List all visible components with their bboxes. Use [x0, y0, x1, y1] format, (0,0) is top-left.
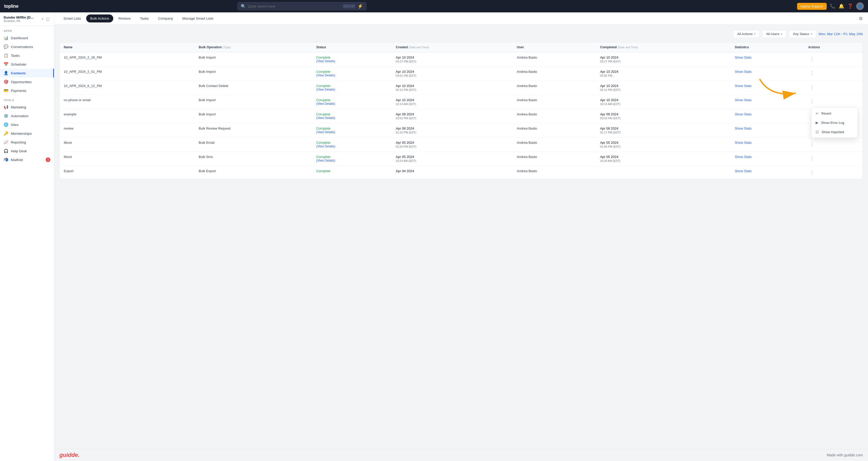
tab-bulk-actions[interactable]: Bulk Actions — [86, 14, 114, 23]
col-user: User — [513, 42, 596, 52]
search-input[interactable] — [248, 4, 341, 8]
more-actions-button-6[interactable]: ⋮ — [808, 141, 816, 147]
context-menu-show-imported[interactable]: ☑ Show Imported — [811, 127, 858, 136]
show-stats-button-7[interactable]: Show Stats — [735, 155, 752, 159]
cell-operation-8: Bulk Export — [194, 166, 312, 179]
sidebar-item-payments[interactable]: 💳 Payments — [0, 86, 54, 95]
cell-stats-7: Show Stats — [731, 152, 804, 166]
more-actions-button-3[interactable]: ⋮ — [808, 98, 816, 105]
cell-actions-1: ⋮ — [804, 67, 863, 81]
sidebar-item-marketing[interactable]: 📢 Marketing — [0, 103, 54, 112]
tab-manage-smart-lists[interactable]: Manage Smart Lists — [178, 14, 218, 23]
sidebar-item-reporting[interactable]: 📈 Reporting — [0, 138, 54, 147]
revert-icon: ↩ — [816, 111, 819, 115]
marketing-icon: 📢 — [4, 105, 8, 110]
cell-completed-7: Apr 05 2024 10:24 AM (EDT) — [596, 152, 731, 166]
apps-section-label: Apps — [0, 26, 54, 34]
more-actions-button-2[interactable]: ⋮ — [808, 84, 816, 91]
date-range-filter[interactable]: Mon, Mar 11th - Fri, May 10th — [819, 32, 863, 36]
sidebar: Dunder Mifflin [D... Scranton, PA ▾ ◫ Ap… — [0, 12, 54, 461]
show-error-log-icon: ▶ — [816, 121, 818, 125]
view-details-link-2[interactable]: (View Details) — [316, 88, 387, 91]
tab-company[interactable]: Company — [154, 14, 177, 23]
cell-completed-5: Apr 08 2024 01:17 PM (EDT) — [596, 123, 731, 137]
all-users-filter[interactable]: All Users ▾ — [762, 30, 786, 38]
sidebar-item-label: Marketing — [11, 105, 26, 109]
user-avatar[interactable]: 👤 — [856, 2, 864, 10]
sidebar-item-helpdesk[interactable]: 🎧 Help Desk — [0, 147, 54, 155]
show-stats-button-2[interactable]: Show Stats — [735, 84, 752, 88]
tab-restore[interactable]: Restore — [114, 14, 135, 23]
tools-section-label: Tools — [0, 95, 54, 103]
context-menu-revert[interactable]: ↩ Revert — [811, 109, 858, 118]
cell-stats-6: Show Stats — [731, 137, 804, 152]
sidebar-item-tasks[interactable]: 📋 Tasks — [0, 51, 54, 60]
view-details-link-7[interactable]: (View Details) — [316, 159, 387, 162]
sidebar-item-conversations[interactable]: 💬 Conversations — [0, 42, 54, 51]
sidebar-item-dashboard[interactable]: 📊 Dashboard — [0, 34, 54, 42]
more-actions-button-0[interactable]: ⋮ — [808, 56, 816, 62]
view-details-link-6[interactable]: (View Details) — [316, 145, 387, 148]
cell-stats-2: Show Stats — [731, 81, 804, 95]
sidebar-item-scheduler[interactable]: 📅 Scheduler — [0, 60, 54, 69]
show-stats-button-5[interactable]: Show Stats — [735, 126, 752, 130]
table-row: no phone or email Bulk Import Complete (… — [60, 95, 863, 109]
context-menu-show-error-log-label: Show Error Log — [821, 121, 844, 125]
cell-actions-3: ⋮ — [804, 95, 863, 109]
view-details-link-5[interactable]: (View Details) — [316, 130, 387, 134]
show-stats-button-4[interactable]: Show Stats — [735, 112, 752, 116]
table-header-row: Name Bulk Operation (Type) Status Create… — [60, 42, 863, 52]
search-bar[interactable]: 🔍 Ctrl + K ⚡ — [237, 2, 366, 10]
sidebar-item-automation[interactable]: ⚙️ Automation — [0, 112, 54, 120]
tab-smart-lists[interactable]: Smart Lists — [59, 14, 85, 23]
filters-bar: All Actions ▾ All Users ▾ Any Status ▾ M… — [59, 30, 863, 38]
help-icon[interactable]: ❓ — [847, 3, 853, 9]
cell-user-8: Andrea Basto — [513, 166, 596, 179]
sidebar-item-contacts[interactable]: 👤 Contacts — [0, 69, 54, 78]
cell-stats-8: Show Stats — [731, 166, 804, 179]
cell-status-0: Complete (View Details) — [312, 52, 392, 67]
cell-user-0: Andrea Basto — [513, 52, 596, 67]
show-stats-button-3[interactable]: Show Stats — [735, 98, 752, 102]
cell-status-3: Complete (View Details) — [312, 95, 392, 109]
cell-created-7: Apr 05 2024 10:24 AM (EDT) — [392, 152, 513, 166]
more-actions-button-1[interactable]: ⋮ — [808, 70, 816, 76]
sidebar-collapse-button[interactable]: ◫ — [45, 16, 50, 22]
any-status-filter[interactable]: Any Status ▾ — [789, 30, 816, 38]
tasks-icon: 📋 — [4, 53, 8, 58]
cell-created-3: Apr 10 2024 10:13 AM (EDT) — [392, 95, 513, 109]
cell-name-6: Move — [60, 137, 194, 152]
view-details-link-0[interactable]: (View Details) — [316, 59, 387, 63]
cell-name-7: Move — [60, 152, 194, 166]
show-stats-button-8[interactable]: Show Stats — [735, 169, 752, 173]
cell-completed-2: Apr 10 2024 02:12 PM (EDT) — [596, 81, 731, 95]
sidebar-item-label: Sites — [11, 123, 19, 127]
tab-tasks[interactable]: Tasks — [136, 14, 153, 23]
dashboard-icon: 📊 — [4, 36, 8, 40]
workspace-chevron-icon: ▾ — [42, 17, 43, 21]
cell-name-8: Export — [60, 166, 194, 179]
view-details-link-3[interactable]: (View Details) — [316, 102, 387, 105]
sidebar-item-sites[interactable]: 🌐 Sites — [0, 120, 54, 129]
reporting-icon: 📈 — [4, 140, 8, 145]
notifications-icon[interactable]: 🔔 — [839, 3, 844, 9]
table-row: 10_APR_2024_2_01_PM Bulk Import Complete… — [60, 67, 863, 81]
show-stats-button-6[interactable]: Show Stats — [735, 141, 752, 145]
phone-icon[interactable]: 📞 — [830, 3, 836, 9]
view-details-link-4[interactable]: (View Details) — [316, 116, 387, 120]
view-details-link-1[interactable]: (View Details) — [316, 73, 387, 77]
support-button[interactable]: topline Support — [797, 3, 827, 10]
sidebar-item-memberships[interactable]: 🔑 Memberships — [0, 129, 54, 138]
more-actions-button-7[interactable]: ⋮ — [808, 155, 816, 161]
settings-icon[interactable]: ⚙ — [859, 16, 863, 22]
cell-user-7: Andrea Basto — [513, 152, 596, 166]
show-stats-button-0[interactable]: Show Stats — [735, 56, 752, 59]
all-actions-filter[interactable]: All Actions ▾ — [733, 30, 760, 38]
sidebar-item-opportunities[interactable]: 🎯 Opportunities — [0, 78, 54, 86]
show-stats-button-1[interactable]: Show Stats — [735, 70, 752, 73]
more-actions-button-8[interactable]: ⋮ — [808, 169, 816, 176]
workspace-selector[interactable]: Dunder Mifflin [D... Scranton, PA ▾ ◫ — [0, 12, 54, 26]
context-menu-show-error-log[interactable]: ▶ Show Error Log — [811, 118, 858, 127]
context-menu: ↩ Revert ▶ Show Error Log ☑ Show Importe… — [811, 107, 858, 138]
sidebar-item-mailfold[interactable]: 📬 Mailfold 3 — [0, 155, 54, 164]
